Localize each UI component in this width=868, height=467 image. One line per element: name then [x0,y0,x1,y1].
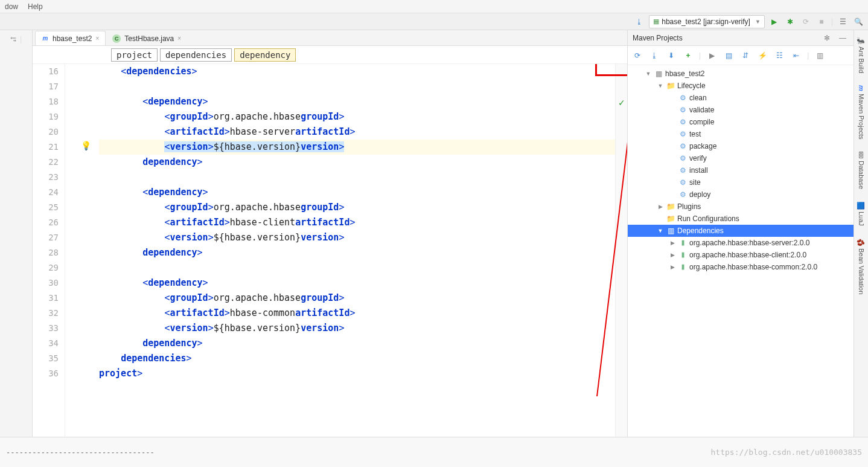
line-number: 18 [33,94,65,109]
line-number: 27 [33,230,65,245]
menu-window[interactable]: dow [5,2,18,11]
crumb-project[interactable]: project [111,48,158,62]
run-maven-icon[interactable]: ▶ [706,50,718,62]
lifecycle-deploy[interactable]: ⚙deploy [628,188,854,201]
maven-settings-icon[interactable]: ▥ [814,50,826,62]
code-editor[interactable]: <dependencies> <dependency> <groupId>org… [94,64,615,437]
tab-label: TestHbase.java [124,34,174,43]
code-line[interactable]: dependency> [99,245,615,260]
analysis-ok-icon: ✓ [618,98,625,108]
tab-testhbase-java[interactable]: C TestHbase.java × [106,31,188,45]
line-number: 30 [33,275,65,291]
editor-tabs: m hbase_test2 × C TestHbase.java × [33,30,627,46]
code-line[interactable]: <version>${hbase.version}version> [99,140,615,155]
crumb-dependency[interactable]: dependency [234,48,296,62]
lifecycle-install[interactable]: ⚙install [628,164,854,176]
reimport-icon[interactable]: ⟳ [631,50,643,62]
spread-icon[interactable]: ⥃ [10,35,16,43]
lifecycle-verify[interactable]: ⚙verify [628,152,854,164]
toggle-offline-icon[interactable]: ⇵ [739,50,752,62]
lifecycle-validate[interactable]: ⚙validate [628,104,854,116]
generate-sources-icon[interactable]: ⭳ [648,50,660,62]
line-number: 21 [33,140,65,155]
lifecycle-compile[interactable]: ⚙compile [628,116,854,128]
debug-button[interactable]: ✱ [784,16,796,28]
code-line[interactable]: <dependency> [99,185,615,200]
bottom-console: ---------------------------------- https… [0,437,868,467]
menu-help[interactable]: Help [28,2,43,11]
code-line[interactable] [99,170,615,185]
code-line[interactable]: <artifactId>hbase-clientartifactId> [99,215,615,230]
line-number: 35 [33,351,65,366]
right-tool-tabs: 🐜Ant Build mMaven Projects 🗄Database 🟦Lu… [854,30,868,437]
code-line[interactable]: project> [99,366,615,381]
panel-settings-icon[interactable]: ✻ [821,32,833,44]
show-deps-icon[interactable]: ☷ [773,50,785,62]
panel-hide-icon[interactable]: — [837,32,849,44]
breadcrumb-bar: project dependencies dependency [33,46,627,64]
java-class-icon: C [112,34,121,43]
add-icon[interactable]: + [682,50,694,62]
code-line[interactable] [99,260,615,275]
side-tab-maven[interactable]: mMaven Projects [858,85,865,140]
crumb-dependencies[interactable]: dependencies [160,48,232,62]
line-number: 34 [33,336,65,351]
run-button[interactable]: ▶ [768,16,780,28]
maven-file-icon: m [42,35,49,42]
download-icon[interactable]: ⬇ [665,50,677,62]
line-number-gutter: 1617181920212223242526272829303132333435… [33,64,65,437]
run-config-selector[interactable]: ▦ hbase_test2 [jar:sign-verify] ▼ [649,15,765,28]
collapse-icon[interactable]: ⇤ [790,50,802,62]
code-line[interactable]: <dependencies> [99,64,615,79]
code-line[interactable]: dependency> [99,155,615,170]
toggle-skip-tests-icon[interactable]: ⚡ [756,50,768,62]
maven-tree[interactable]: ▼▦hbase_test2▼📁Lifecycle⚙clean⚙validate⚙… [628,65,854,437]
side-tab-ant[interactable]: 🐜Ant Build [857,36,865,73]
intention-column: 💡 [78,64,94,437]
coverage-button[interactable]: ⟳ [800,16,812,28]
code-line[interactable]: dependencies> [99,351,615,366]
code-line[interactable]: <artifactId>hbase-commonartifactId> [99,306,615,321]
tree-lifecycle[interactable]: ▼📁Lifecycle [628,80,854,92]
code-line[interactable]: <dependency> [99,275,615,291]
line-number: 26 [33,215,65,230]
line-number: 25 [33,200,65,215]
top-menu-bar: dow Help [0,0,868,13]
tree-dependencies[interactable]: ▼▥Dependencies [628,225,854,237]
side-tab-database[interactable]: 🗄Database [858,152,865,189]
search-icon[interactable]: 🔍 [852,16,864,28]
side-tab-luaj[interactable]: 🟦LuaJ [857,201,865,226]
layout-icon[interactable]: ☰ [837,16,849,28]
update-icon[interactable]: ⭳ [633,16,645,28]
tree-run-configs[interactable]: 📁Run Configurations [628,213,854,225]
tree-plugins[interactable]: ▶📁Plugins [628,201,854,213]
line-number: 31 [33,291,65,306]
lifecycle-clean[interactable]: ⚙clean [628,92,854,104]
code-line[interactable]: <version>${hbase.version}version> [99,321,615,336]
code-line[interactable] [99,79,615,94]
dependency-item[interactable]: ▶⦀org.apache.hbase:hbase-client:2.0.0 [628,249,854,261]
lifecycle-package[interactable]: ⚙package [628,140,854,152]
close-icon[interactable]: × [177,35,181,42]
code-line[interactable]: dependency> [99,336,615,351]
code-line[interactable]: <groupId>org.apache.hbasegroupId> [99,109,615,124]
execute-goal-icon[interactable]: ▤ [723,50,735,62]
dependency-item[interactable]: ▶⦀org.apache.hbase:hbase-server:2.0.0 [628,237,854,249]
line-number: 28 [33,245,65,260]
code-line[interactable]: <dependency> [99,94,615,109]
line-number: 23 [33,170,65,185]
code-line[interactable]: <version>${hbase.version}version> [99,230,615,245]
left-gutter-bar: ⥃ | [0,30,33,437]
dependency-item[interactable]: ▶⦀org.apache.hbase:hbase-common:2.0.0 [628,261,854,273]
intention-bulb-icon[interactable]: 💡 [81,141,91,150]
code-line[interactable]: <groupId>org.apache.hbasegroupId> [99,200,615,215]
close-icon[interactable]: × [95,35,99,42]
stop-button[interactable]: ■ [815,16,828,28]
code-line[interactable]: <groupId>org.apache.hbasegroupId> [99,291,615,306]
code-line[interactable]: <artifactId>hbase-serverartifactId> [99,124,615,140]
lifecycle-site[interactable]: ⚙site [628,176,854,188]
tab-hbase-test2[interactable]: m hbase_test2 × [35,31,106,45]
lifecycle-test[interactable]: ⚙test [628,128,854,140]
tree-root[interactable]: ▼▦hbase_test2 [628,68,854,80]
side-tab-bean[interactable]: 🫘Bean Validation [857,238,865,294]
